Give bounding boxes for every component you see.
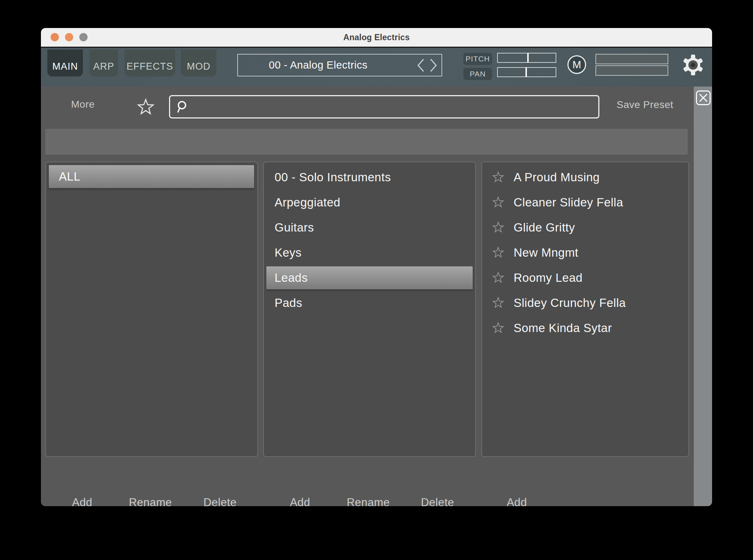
more-button[interactable]: More	[71, 99, 95, 110]
folder-row-all[interactable]: ALL	[49, 165, 254, 188]
preset-row[interactable]: Roomy Lead	[482, 265, 688, 290]
pan-slider-handle[interactable]	[525, 67, 527, 77]
close-icon	[698, 93, 708, 103]
preset-row[interactable]: A Proud Musing	[482, 165, 688, 190]
plugin-window: Analog Electrics MAIN ARP EFFECTS MOD 00…	[41, 28, 712, 506]
close-browser-button[interactable]	[696, 90, 711, 105]
rename-category-button[interactable]: Rename	[347, 496, 390, 506]
save-preset-button[interactable]: Save Preset	[617, 99, 673, 111]
search-input[interactable]	[192, 96, 595, 118]
level-meter-top	[595, 54, 668, 64]
folders-panel: ALL	[45, 162, 258, 457]
favorite-star-icon[interactable]	[492, 171, 504, 183]
tab-arp[interactable]: ARP	[89, 50, 118, 76]
favorite-star-icon[interactable]	[492, 297, 504, 309]
preset-row[interactable]: Cleaner Slidey Fella	[482, 190, 688, 215]
preset-row[interactable]: New Mngmt	[482, 240, 688, 265]
delete-folder-button[interactable]: Delete	[204, 496, 237, 506]
add-folder-button[interactable]: Add	[72, 496, 93, 506]
scrollbar[interactable]	[694, 87, 712, 506]
preset-name: 00 - Analog Electrics	[238, 55, 398, 76]
search-icon	[175, 100, 187, 116]
categories-panel: 00 - Solo Instruments Arpeggiated Guitar…	[263, 162, 476, 457]
tab-mod[interactable]: MOD	[181, 50, 216, 76]
category-row[interactable]: Pads	[264, 290, 475, 316]
add-category-button[interactable]: Add	[290, 496, 310, 506]
category-row[interactable]: Arpeggiated	[264, 190, 475, 215]
favorite-star-icon[interactable]	[492, 272, 504, 284]
favorite-star-icon[interactable]	[492, 221, 504, 234]
pan-slider[interactable]	[497, 67, 556, 77]
preset-selector[interactable]: 00 - Analog Electrics	[237, 54, 442, 76]
search-box	[169, 95, 599, 118]
window-title: Analog Electrics	[41, 28, 712, 47]
level-meter-bottom	[595, 65, 668, 76]
preset-row[interactable]: Glide Gritty	[482, 215, 688, 240]
category-row[interactable]: Keys	[264, 240, 475, 265]
preset-row[interactable]: Some Kinda Sytar	[482, 316, 688, 341]
delete-category-button[interactable]: Delete	[421, 496, 454, 506]
add-preset-button[interactable]: Add	[507, 496, 527, 506]
titlebar: Analog Electrics	[41, 28, 712, 47]
category-row-selected[interactable]: Leads	[264, 265, 475, 290]
preset-browser: More Save Preset	[41, 87, 712, 506]
category-row[interactable]: Guitars	[264, 215, 475, 240]
favorite-star-icon[interactable]	[492, 322, 504, 334]
next-preset-icon[interactable]	[429, 57, 438, 73]
preset-row[interactable]: Slidey Crunchy Fella	[482, 290, 688, 316]
favorite-star-icon[interactable]	[492, 247, 504, 259]
previous-preset-icon[interactable]	[416, 57, 425, 73]
pan-label: PAN	[463, 68, 492, 80]
settings-gear-icon[interactable]	[681, 53, 705, 77]
presets-panel: A Proud Musing Cleaner Slidey Fella Glid…	[481, 162, 689, 457]
tab-effects[interactable]: EFFECTS	[125, 50, 175, 76]
mono-button[interactable]: M	[567, 55, 586, 74]
rename-folder-button[interactable]: Rename	[129, 496, 172, 506]
favorites-filter-star-icon[interactable]	[137, 98, 155, 116]
pitch-slider-handle[interactable]	[527, 53, 529, 62]
toolbar: MAIN ARP EFFECTS MOD 00 - Analog Electri…	[41, 47, 712, 87]
favorite-star-icon[interactable]	[492, 196, 504, 209]
pitch-label: PITCH	[463, 53, 492, 65]
tag-filter-bar	[45, 129, 688, 155]
pitch-slider[interactable]	[497, 53, 556, 63]
tab-main[interactable]: MAIN	[47, 50, 83, 76]
category-row[interactable]: 00 - Solo Instruments	[264, 165, 475, 190]
